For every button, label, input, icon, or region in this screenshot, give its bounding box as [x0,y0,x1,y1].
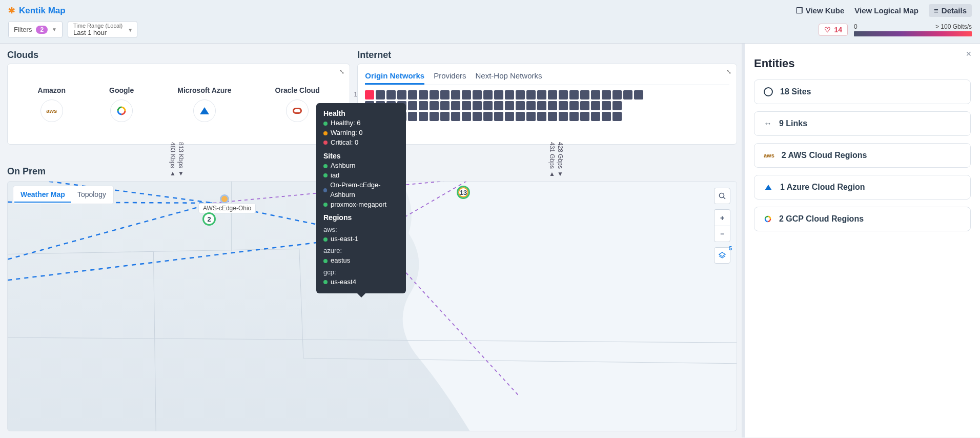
entity-azure-regions[interactable]: 1 Azure Cloud Region [754,175,971,200]
heatmap-cell[interactable] [612,90,622,99]
heatmap-cell[interactable] [526,112,536,121]
collapse-icon[interactable]: ⤡ [726,68,731,75]
heatmap-cell[interactable] [591,90,600,99]
heatmap-cell[interactable] [602,112,611,121]
heatmap-cell[interactable] [623,90,632,99]
heatmap-cell[interactable] [505,101,514,110]
zoom-in-button[interactable]: + [714,209,730,226]
entity-links[interactable]: 9 Links [754,111,971,136]
tab-topology[interactable]: Topology [71,187,112,203]
cloud-amazon[interactable]: Amazon aws [38,86,66,122]
heatmap-cell[interactable] [386,90,396,99]
heatmap-cell[interactable] [516,101,525,110]
heatmap-cell[interactable] [569,101,579,110]
heatmap-cell[interactable] [408,101,417,110]
heatmap-cell[interactable] [580,112,589,121]
cloud-google[interactable]: Google [109,86,134,122]
details-button[interactable]: ≡ Details [929,4,972,17]
entity-sites[interactable]: 18 Sites [754,79,971,104]
heatmap-cell[interactable] [494,101,503,110]
heatmap-cell[interactable] [591,112,600,121]
time-range-dropdown[interactable]: Time Range (Local) Last 1 hour ▼ [68,21,137,38]
close-sidebar-button[interactable]: ✕ [966,50,972,58]
heatmap-cell[interactable] [419,101,428,110]
heatmap-cell[interactable] [430,90,439,99]
heatmap-cell[interactable] [462,101,471,110]
heatmap-cell[interactable] [580,101,589,110]
heatmap-cell[interactable] [483,112,493,121]
heatmap-cell[interactable] [602,90,611,99]
heatmap-cell[interactable] [440,112,450,121]
tab-next-hop[interactable]: Next-Hop Networks [475,68,542,85]
heatmap-cell[interactable] [612,112,622,121]
origin-networks-heatmap[interactable] [365,90,729,121]
map-cluster-a[interactable]: 2 [202,212,216,226]
heatmap-cell[interactable] [365,90,374,99]
heatmap-cell[interactable] [494,112,503,121]
heatmap-cell[interactable] [419,90,428,99]
heatmap-cell[interactable] [505,112,514,121]
aws-edge-node[interactable] [220,194,229,204]
cloud-azure[interactable]: Microsoft Azure [177,86,231,122]
heatmap-cell[interactable] [440,101,450,110]
heatmap-cell[interactable] [451,112,460,121]
heatmap-cell[interactable] [559,101,568,110]
heatmap-cell[interactable] [408,90,417,99]
heatmap-cell[interactable] [537,101,546,110]
tab-weather-map[interactable]: Weather Map [14,187,71,203]
heatmap-cell[interactable] [548,90,557,99]
map-cluster-c[interactable]: 13 [457,186,470,199]
heatmap-cell[interactable] [408,112,417,121]
tab-origin-networks[interactable]: Origin Networks [365,68,424,85]
heatmap-cell[interactable] [516,112,525,121]
heatmap-cell[interactable] [483,90,493,99]
heatmap-cell[interactable] [526,101,536,110]
heatmap-cell[interactable] [430,101,439,110]
toolbar-right: ♡ 14 0 > 100 Gbits/s [819,23,972,36]
tab-providers[interactable]: Providers [434,68,466,85]
view-logical-link[interactable]: View Logical Map [854,6,918,15]
heatmap-cell[interactable] [473,90,482,99]
heatmap-cell[interactable] [591,101,600,110]
heatmap-cell[interactable] [505,90,514,99]
heatmap-cell[interactable] [397,90,406,99]
heatmap-cell[interactable] [526,90,536,99]
heatmap-cell[interactable] [548,112,557,121]
heatmap-cell[interactable] [462,90,471,99]
heatmap-cell[interactable] [483,101,493,110]
heatmap-cell[interactable] [451,90,460,99]
entities-title: Entities [754,57,971,70]
heatmap-cell[interactable] [602,101,611,110]
heatmap-cell[interactable] [451,101,460,110]
heatmap-cell[interactable] [548,101,557,110]
map-search-button[interactable] [714,188,730,204]
cloud-oracle[interactable]: Oracle Cloud [275,86,320,122]
heatmap-cell[interactable] [376,90,385,99]
heatmap-cell[interactable] [473,101,482,110]
heatmap-cell[interactable] [473,112,482,121]
heatmap-cell[interactable] [430,112,439,121]
zoom-out-button[interactable]: − [714,226,730,242]
filters-dropdown[interactable]: Filters 2 ▼ [8,21,63,38]
heatmap-cell[interactable] [462,112,471,121]
collapse-icon[interactable]: ⤡ [339,68,344,75]
heatmap-cell[interactable] [580,90,589,99]
resize-handle[interactable] [742,44,745,437]
heatmap-cell[interactable] [559,112,568,121]
heatmap-cell[interactable] [559,90,568,99]
heatmap-cell[interactable] [537,90,546,99]
heatmap-cell[interactable] [634,90,643,99]
heatmap-cell[interactable] [612,101,622,110]
heatmap-cell[interactable] [569,90,579,99]
view-kube-link[interactable]: ❒ View Kube [796,6,845,15]
heatmap-cell[interactable] [494,90,503,99]
heatmap-cell[interactable] [440,90,450,99]
heatmap-cell[interactable] [419,112,428,121]
heatmap-cell[interactable] [516,90,525,99]
heatmap-cell[interactable] [537,112,546,121]
entity-aws-regions[interactable]: aws 2 AWS Cloud Regions [754,143,971,168]
alerts-button[interactable]: ♡ 14 [819,24,848,36]
entity-gcp-regions[interactable]: 2 GCP Cloud Regions [754,207,971,231]
heatmap-cell[interactable] [569,112,579,121]
map-layers-button[interactable]: 5 [714,247,730,264]
